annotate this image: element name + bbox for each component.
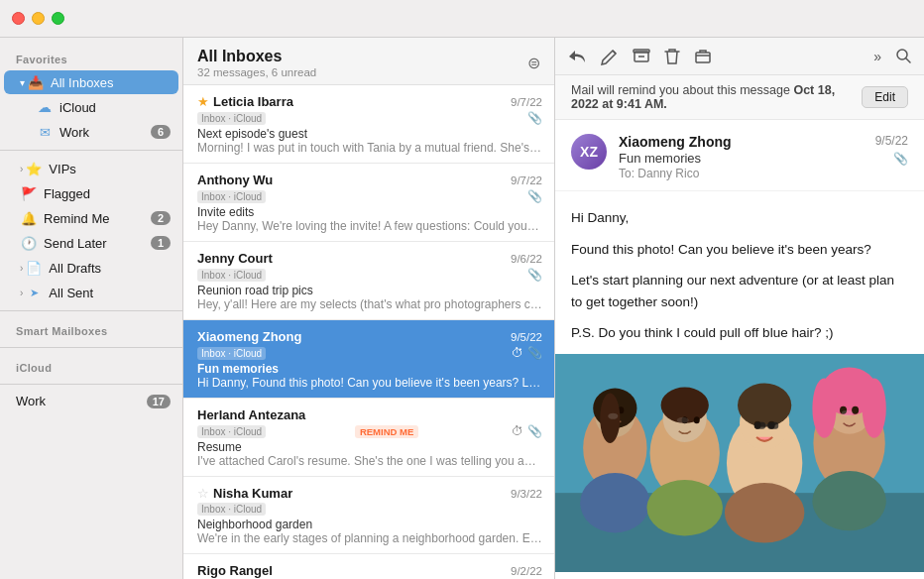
sidebar-item-label: Remind Me <box>44 211 151 226</box>
star-icon: ★ <box>197 94 209 109</box>
message-item[interactable]: Rigo Rangel 9/2/22 📎 Park Photos Hi Dann… <box>183 554 554 579</box>
message-preview: Hey, y'all! Here are my selects (that's … <box>197 297 542 311</box>
message-list-title: All Inboxes <box>197 48 316 65</box>
message-sender: Leticia Ibarra <box>213 94 505 109</box>
sidebar-item-send-later[interactable]: 🕐 Send Later 1 <box>4 231 178 255</box>
delete-icon[interactable] <box>664 48 680 65</box>
message-item-selected[interactable]: Xiaomeng Zhong 9/5/22 Inbox · iCloud ⏱ 📎… <box>183 320 554 399</box>
search-icon[interactable] <box>895 48 912 64</box>
sidebar-item-work-section[interactable]: Work 17 <box>4 391 178 411</box>
sidebar-item-remind-me[interactable]: 🔔 Remind Me 2 <box>4 206 178 230</box>
svg-point-21 <box>738 384 791 427</box>
message-item[interactable]: ★ Leticia Ibarra 9/7/22 Inbox · iCloud 📎… <box>183 85 554 164</box>
minimize-button[interactable] <box>32 12 45 25</box>
reply-icon[interactable] <box>567 48 587 65</box>
compose-icon[interactable] <box>601 48 619 65</box>
icloud-icon: ☁ <box>36 98 54 116</box>
clock-icon: ⏱ <box>512 424 523 438</box>
detail-pane: » Mail will remind you about this messag… <box>555 38 924 579</box>
message-subject: Reunion road trip pics <box>197 284 542 297</box>
message-preview: Morning! I was put in touch with Tania b… <box>197 141 542 155</box>
sidebar-item-flagged[interactable]: 🚩 Flagged <box>4 181 178 205</box>
detail-sender-name: Xiaomeng Zhong <box>619 134 864 150</box>
body-paragraph-3: Let's start planning our next adventure … <box>571 270 908 312</box>
sidebar-item-all-sent[interactable]: › ➤ All Sent <box>4 281 178 304</box>
detail-content: Hi Danny, Found this photo! Can you beli… <box>555 191 924 344</box>
detail-header: XZ Xiaomeng Zhong Fun memories To: Danny… <box>555 120 924 191</box>
detail-toolbar: » <box>555 38 924 75</box>
sidebar-item-all-inboxes[interactable]: ▾ 📥 All Inboxes <box>4 70 178 94</box>
svg-rect-35 <box>754 422 765 429</box>
message-list: All Inboxes 32 messages, 6 unread ⊜ ★ Le… <box>183 38 555 579</box>
svg-point-40 <box>842 410 854 416</box>
chevron-icon: › <box>20 288 23 298</box>
clock-icon: ⏱ <box>512 346 523 360</box>
message-list-body: ★ Leticia Ibarra 9/7/22 Inbox · iCloud 📎… <box>183 85 554 579</box>
star-outline-icon: ☆ <box>197 486 209 501</box>
message-subject: Fun memories <box>197 362 542 376</box>
edit-reminder-button[interactable]: Edit <box>862 86 908 108</box>
sent-icon: ➤ <box>25 284 43 301</box>
work-section-badge: 17 <box>147 395 171 408</box>
message-preview: We're in the early stages of planning a … <box>197 531 542 545</box>
avatar: XZ <box>571 134 607 170</box>
account-badge: Inbox · iCloud <box>197 269 266 282</box>
more-icon[interactable]: » <box>873 49 881 64</box>
message-subject: Neighborhood garden <box>197 518 542 531</box>
message-subject: Invite edits <box>197 205 542 219</box>
message-sender: Jenny Court <box>197 251 505 266</box>
message-sender: Rigo Rangel <box>197 563 505 578</box>
message-date: 9/2/22 <box>511 565 542 577</box>
traffic-lights <box>12 12 64 25</box>
sidebar-item-all-drafts[interactable]: › 📄 All Drafts <box>4 256 178 280</box>
fullscreen-button[interactable] <box>52 12 64 25</box>
svg-point-39 <box>677 417 689 423</box>
message-item[interactable]: Herland Antezana Inbox · iCloud REMIND M… <box>183 399 554 477</box>
reminder-bar: Mail will remind you about this message … <box>555 75 924 120</box>
drafts-icon: 📄 <box>25 259 43 277</box>
body-paragraph-4: P.S. Do you think I could pull off blue … <box>571 322 908 344</box>
sidebar-item-icloud[interactable]: ☁ iCloud <box>4 95 178 119</box>
message-item[interactable]: ☆ Nisha Kumar 9/3/22 Inbox · iCloud Neig… <box>183 477 554 554</box>
svg-point-33 <box>725 483 804 542</box>
send-later-badge: 1 <box>151 236 171 250</box>
chevron-icon: › <box>20 263 23 274</box>
smart-mailboxes-label: Smart Mailboxes <box>0 317 182 341</box>
sidebar-item-label: All Drafts <box>49 261 171 276</box>
sidebar-item-label: Work <box>59 125 151 140</box>
sidebar-item-work[interactable]: ✉ Work 6 <box>4 120 178 144</box>
message-date: 9/5/22 <box>511 331 542 343</box>
message-sender: Xiaomeng Zhong <box>197 329 505 344</box>
svg-point-28 <box>863 379 886 438</box>
message-date: 9/6/22 <box>511 253 542 265</box>
sidebar-item-label: VIPs <box>49 162 171 176</box>
attachment-icon: 📎 <box>527 346 542 360</box>
message-item[interactable]: Anthony Wu 9/7/22 Inbox · iCloud 📎 Invit… <box>183 164 554 242</box>
message-preview: Hi Danny, Found this photo! Can you beli… <box>197 376 542 390</box>
account-badge: Inbox · iCloud <box>197 503 266 516</box>
main-container: Favorites ▾ 📥 All Inboxes ☁ iCloud ✉ Wor… <box>0 38 924 579</box>
svg-rect-36 <box>767 422 778 429</box>
sidebar-item-label: Send Later <box>44 236 151 251</box>
message-preview: Hey Danny, We're loving the invite! A fe… <box>197 219 542 233</box>
clock-icon: 🕐 <box>20 234 38 252</box>
attachment-icon: 📎 <box>527 424 542 438</box>
message-sender: Anthony Wu <box>197 173 505 187</box>
attachment-icon: 📎 <box>527 111 542 125</box>
message-item[interactable]: Jenny Court 9/6/22 Inbox · iCloud 📎 Reun… <box>183 242 554 320</box>
email-photo <box>555 354 924 572</box>
filter-icon[interactable]: ⊜ <box>527 54 540 72</box>
sidebar-item-vips[interactable]: › ⭐ VIPs <box>4 157 178 180</box>
message-sender: Herland Antezana <box>197 407 542 422</box>
title-bar <box>0 0 924 38</box>
message-date: 9/7/22 <box>511 96 542 108</box>
close-button[interactable] <box>12 12 25 25</box>
archive-icon[interactable] <box>633 48 650 65</box>
bell-icon: 🔔 <box>20 209 38 227</box>
sidebar-item-label: Flagged <box>44 186 171 201</box>
message-list-subtitle: 32 messages, 6 unread <box>197 66 316 78</box>
account-badge: Inbox · iCloud <box>197 190 266 203</box>
move-icon[interactable] <box>694 48 712 65</box>
message-preview: I've attached Carol's resume. She's the … <box>197 454 542 468</box>
message-date: 9/7/22 <box>511 174 542 186</box>
